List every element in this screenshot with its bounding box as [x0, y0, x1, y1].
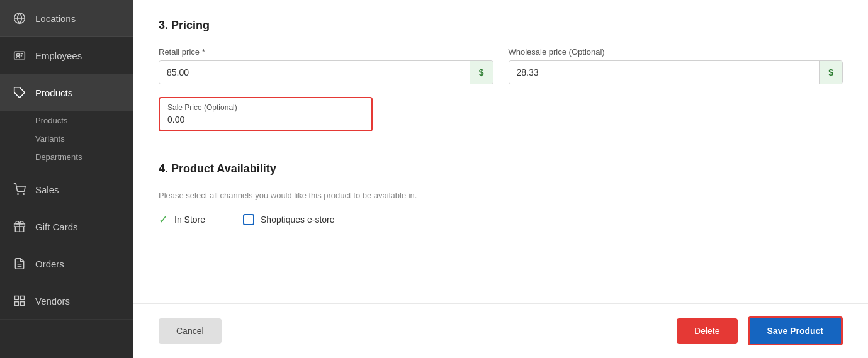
footer-bar: Cancel Delete Save Product [133, 303, 868, 358]
sidebar-item-employees[interactable]: Employees [0, 37, 133, 74]
svg-point-3 [16, 53, 19, 56]
channel-in-store-label: In Store [174, 215, 205, 225]
sidebar-item-orders[interactable]: Orders [0, 245, 133, 282]
svg-rect-15 [15, 302, 19, 306]
sale-price-label: Sale Price (Optional) [167, 103, 364, 112]
retail-currency-icon: $ [470, 61, 493, 84]
channel-shoptiques-label: Shoptiques e-store [261, 215, 335, 225]
svg-point-8 [23, 194, 25, 195]
sidebar-item-locations[interactable]: Locations [0, 0, 133, 37]
svg-point-7 [18, 194, 19, 195]
globe-icon [13, 11, 26, 25]
sale-price-row: Sale Price (Optional) [159, 97, 843, 131]
delete-button[interactable]: Delete [677, 318, 737, 344]
sale-price-input[interactable] [167, 115, 364, 125]
sidebar-item-employees-label: Employees [35, 50, 82, 61]
cart-icon [13, 182, 26, 196]
availability-description: Please select all channels you would lik… [159, 191, 843, 200]
main-content: 3. Pricing Retail price * $ Wholesale pr… [133, 0, 868, 358]
sidebar-sub-item-variants[interactable]: Variants [35, 130, 133, 148]
uncheck-icon [243, 214, 254, 225]
sidebar-item-sales[interactable]: Sales [0, 171, 133, 208]
sidebar: Locations Employees Products Products Va… [0, 0, 133, 358]
footer-right-buttons: Delete Save Product [677, 316, 843, 345]
sidebar-sub-item-products[interactable]: Products [35, 111, 133, 130]
wholesale-price-input-wrapper: $ [509, 60, 843, 84]
svg-rect-13 [15, 296, 19, 300]
wholesale-price-field: Wholesale price (Optional) $ [509, 47, 843, 84]
retail-price-field: Retail price * $ [159, 47, 493, 84]
tag-icon [13, 86, 26, 99]
channel-in-store[interactable]: ✓ In Store [159, 213, 205, 227]
content-area: 3. Pricing Retail price * $ Wholesale pr… [133, 0, 868, 303]
file-icon [13, 257, 26, 271]
sidebar-item-sales-label: Sales [35, 184, 59, 195]
sidebar-item-locations-label: Locations [35, 13, 76, 24]
pricing-section-title: 3. Pricing [159, 19, 843, 32]
availability-section: 4. Product Availability Please select al… [159, 162, 843, 227]
availability-section-title: 4. Product Availability [159, 162, 843, 176]
wholesale-price-label: Wholesale price (Optional) [509, 47, 843, 57]
cancel-button[interactable]: Cancel [159, 318, 222, 344]
section-divider [159, 147, 843, 147]
retail-price-label: Retail price * [159, 47, 493, 57]
sidebar-sub-item-departments[interactable]: Departments [35, 148, 133, 166]
sidebar-sub-products: Products Variants Departments [0, 111, 133, 171]
svg-rect-14 [21, 296, 25, 300]
channel-shoptiques[interactable]: Shoptiques e-store [243, 214, 335, 225]
save-product-button[interactable]: Save Product [748, 316, 843, 345]
sidebar-item-orders-label: Orders [35, 259, 64, 269]
svg-rect-16 [21, 302, 25, 306]
sale-price-box: Sale Price (Optional) [159, 97, 373, 131]
gift-icon [13, 220, 26, 233]
retail-price-input-wrapper: $ [159, 60, 493, 84]
availability-channels: ✓ In Store Shoptiques e-store [159, 213, 843, 227]
grid-icon [13, 294, 26, 308]
retail-price-input[interactable] [159, 61, 470, 84]
wholesale-currency-icon: $ [819, 61, 842, 84]
sidebar-item-vendors[interactable]: Vendors [0, 282, 133, 320]
check-icon: ✓ [159, 213, 168, 227]
sidebar-item-gift-cards[interactable]: Gift Cards [0, 208, 133, 245]
sidebar-item-vendors-label: Vendors [35, 296, 70, 306]
retail-wholesale-row: Retail price * $ Wholesale price (Option… [159, 47, 843, 84]
sidebar-item-products[interactable]: Products [0, 74, 133, 111]
sidebar-item-products-label: Products [35, 87, 72, 98]
sidebar-item-gift-cards-label: Gift Cards [35, 221, 78, 232]
id-card-icon [13, 48, 26, 62]
wholesale-price-input[interactable] [509, 61, 820, 84]
